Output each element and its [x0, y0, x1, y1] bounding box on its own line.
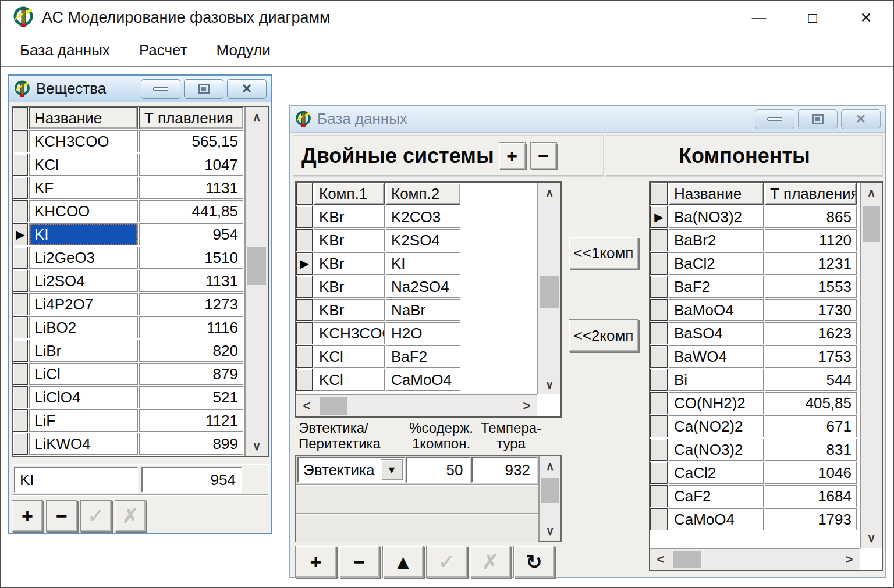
dropdown-arrow-icon[interactable]: ▼: [381, 459, 403, 480]
grid-cell[interactable]: 1046: [765, 462, 857, 484]
table-row[interactable]: BaMoO41730: [650, 299, 860, 322]
grid-cell[interactable]: 1121: [139, 409, 243, 432]
grid-cell[interactable]: LiKWO4: [29, 433, 138, 455]
post-record-button[interactable]: ✓: [80, 500, 112, 532]
grid-cell[interactable]: KCl: [29, 154, 138, 176]
table-row[interactable]: LiClO4521: [13, 386, 244, 409]
grid-cell[interactable]: 899: [139, 433, 243, 455]
grid-cell[interactable]: 1623: [765, 322, 857, 344]
grid-cell[interactable]: Li4P2O7: [29, 293, 138, 315]
grid-cell[interactable]: CO(NH2)2: [669, 392, 764, 414]
table-row[interactable]: KClBaF2: [296, 345, 537, 369]
copy-component2-button[interactable]: <<2комп: [569, 319, 638, 352]
table-row[interactable]: Li4P2O71273: [13, 293, 244, 316]
grid-cell[interactable]: KBr: [314, 276, 385, 298]
scroll-down-icon[interactable]: ∨: [538, 375, 560, 394]
grid-cell[interactable]: 820: [139, 340, 243, 362]
grid-cell[interactable]: 1131: [139, 177, 243, 199]
scroll-track[interactable]: [861, 202, 882, 528]
grid-cell[interactable]: KBr: [314, 206, 385, 228]
maximize-button[interactable]: [184, 79, 224, 99]
type-dropdown[interactable]: Эвтектика ▼: [297, 457, 405, 483]
grid-cell[interactable]: KI: [29, 223, 138, 245]
grid-cell[interactable]: Li2SO4: [29, 270, 138, 292]
grid-cell[interactable]: BaBr2: [669, 229, 764, 251]
grid-cell[interactable]: BaF2: [386, 345, 460, 368]
table-row[interactable]: BaWO41753: [650, 345, 860, 369]
menu-database[interactable]: База данных: [12, 38, 118, 63]
melting-temp-field[interactable]: [141, 467, 242, 493]
table-row[interactable]: CaCl21046: [650, 462, 860, 485]
scroll-track[interactable]: [540, 476, 560, 521]
remove-system-button[interactable]: −: [530, 142, 557, 169]
grid-cell[interactable]: Bi: [669, 369, 764, 391]
percent-field[interactable]: 50: [406, 457, 470, 483]
grid-cell[interactable]: 1273: [139, 293, 243, 315]
scroll-up-icon[interactable]: ∧: [538, 183, 560, 202]
table-row[interactable]: KHCOO441,85: [13, 200, 244, 223]
grid-cell[interactable]: 1730: [765, 299, 857, 321]
grid-cell[interactable]: 879: [139, 363, 243, 385]
table-row[interactable]: KBrK2SO4: [296, 229, 537, 252]
scroll-track[interactable]: [671, 549, 839, 570]
table-row[interactable]: BaSO41623: [650, 322, 860, 345]
grid-cell[interactable]: 521: [139, 386, 243, 408]
scroll-left-icon[interactable]: <: [650, 549, 671, 570]
menu-calculation[interactable]: Расчет: [131, 38, 196, 63]
column-header-comp2[interactable]: Комп.2: [386, 183, 460, 205]
grid-cell[interactable]: BaSO4: [669, 322, 764, 344]
grid-cell[interactable]: CaCl2: [669, 462, 764, 484]
scroll-right-icon[interactable]: >: [516, 395, 537, 416]
table-row[interactable]: CO(NH2)2405,85: [650, 392, 860, 415]
grid-cell[interactable]: KCl: [314, 345, 385, 368]
table-row[interactable]: BaBr21120: [650, 229, 860, 252]
grid-cell[interactable]: 1120: [765, 229, 857, 251]
grid-cell[interactable]: LiF: [29, 409, 138, 432]
grid-cell[interactable]: Li2GeO3: [29, 247, 138, 269]
grid-cell[interactable]: BaWO4: [669, 345, 764, 368]
table-row[interactable]: Ca(NO2)2671: [650, 415, 860, 439]
add-record-button[interactable]: +: [295, 546, 336, 578]
grid-cell[interactable]: 954: [139, 223, 243, 245]
grid-cell[interactable]: KBr: [314, 252, 385, 275]
table-row[interactable]: KBrNa2SO4: [296, 276, 537, 299]
grid-cell[interactable]: KCl: [314, 369, 385, 391]
grid-cell[interactable]: KBr: [314, 299, 385, 321]
table-row[interactable]: ▶KI954: [13, 223, 244, 247]
grid-cell[interactable]: LiBO2: [29, 316, 138, 338]
close-button[interactable]: ✕: [839, 1, 893, 34]
delete-record-button[interactable]: −: [46, 500, 77, 532]
grid-cell[interactable]: 1510: [139, 247, 243, 269]
grid-cell[interactable]: CaMoO4: [386, 369, 460, 391]
minimize-button[interactable]: —: [732, 1, 786, 34]
table-row[interactable]: Li2SO41131: [13, 270, 244, 293]
table-row[interactable]: LiBr820: [13, 340, 244, 363]
maximize-button[interactable]: □: [786, 1, 839, 34]
column-header-comp1[interactable]: Комп.1: [314, 183, 385, 205]
menu-modules[interactable]: Модули: [208, 38, 279, 63]
scroll-thumb[interactable]: [673, 551, 701, 568]
grid-cell[interactable]: H2O: [386, 322, 460, 344]
vertical-scrollbar[interactable]: ∧ ∨: [860, 183, 882, 548]
delete-record-button[interactable]: −: [339, 546, 380, 578]
grid-cell[interactable]: BaF2: [669, 276, 764, 298]
table-row[interactable]: LiKWO4899: [13, 433, 244, 456]
scroll-up-icon[interactable]: ∧: [246, 107, 268, 127]
grid-cell[interactable]: 1753: [765, 345, 857, 368]
grid-cell[interactable]: Ca(NO2)2: [669, 415, 764, 437]
table-row[interactable]: LiF1121: [13, 409, 244, 433]
column-header-melting[interactable]: Т плавления: [765, 183, 857, 205]
grid-cell[interactable]: 1684: [765, 485, 857, 507]
grid-cell[interactable]: NaBr: [386, 299, 460, 321]
vertical-scrollbar[interactable]: ∧ ∨: [244, 107, 268, 456]
grid-cell[interactable]: 1231: [765, 252, 857, 275]
scroll-thumb[interactable]: [540, 276, 559, 308]
grid-cell[interactable]: 1131: [139, 270, 243, 292]
scroll-thumb[interactable]: [247, 247, 266, 285]
grid-cell[interactable]: K2CO3: [386, 206, 460, 228]
grid-cell[interactable]: 544: [765, 369, 857, 391]
grid-cell[interactable]: LiClO4: [29, 386, 138, 408]
table-row[interactable]: CaMoO41793: [650, 508, 860, 532]
grid-cell[interactable]: K2SO4: [386, 229, 460, 251]
table-row[interactable]: KF1131: [13, 177, 244, 200]
